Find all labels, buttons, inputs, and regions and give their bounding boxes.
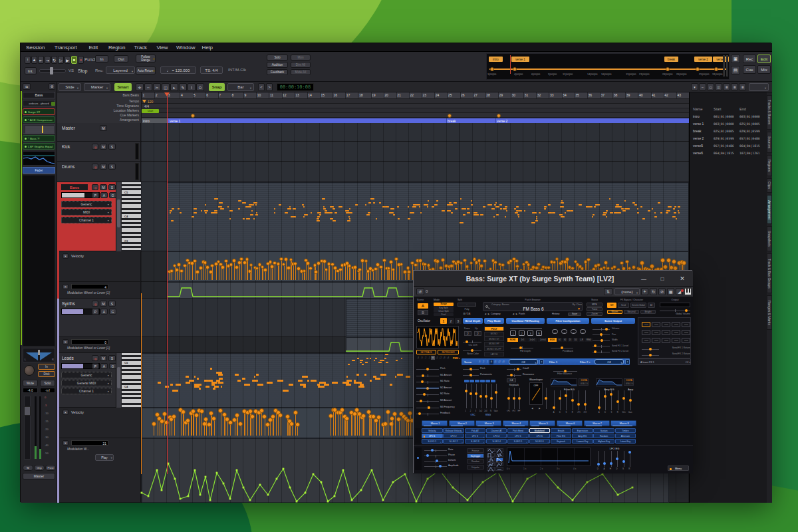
mod-source-sustain[interactable]: Sustain xyxy=(593,428,614,433)
mod-source-s-lfo-1[interactable]: S-LFO 1↓ xyxy=(422,439,443,444)
filter1-slider-cutoff-handle[interactable] xyxy=(517,368,519,370)
mixer-route-chip-0[interactable] xyxy=(464,380,469,382)
patch-browser[interactable]: Category: BassesFM Bass 6By: Class♥ xyxy=(483,302,583,311)
filter-eg-mode-toggle[interactable]: DIGITALANALOG xyxy=(579,378,589,386)
scene-output-width-handle[interactable] xyxy=(600,339,603,342)
filter-config-l-r[interactable]: L-R xyxy=(579,338,585,342)
lfo-shape-8[interactable] xyxy=(487,467,495,471)
scene-b-button[interactable]: B xyxy=(418,310,428,315)
fx-slot[interactable] xyxy=(662,338,670,343)
character-warm-button[interactable]: Warm xyxy=(607,310,622,314)
mode-surge-button[interactable]: Surge xyxy=(434,303,454,306)
macro-macro-4[interactable]: Macro 4 xyxy=(503,420,529,426)
fx-slot[interactable] xyxy=(652,330,660,335)
mixer-slider-n-5-track[interactable] xyxy=(491,384,492,408)
status-mpe-button[interactable]: MPE xyxy=(587,303,602,307)
mixer-slider-3-2-handle[interactable] xyxy=(475,392,477,395)
macro-macro-6[interactable]: Macro 6 xyxy=(557,420,583,426)
fx-slot[interactable] xyxy=(642,330,650,335)
fx-slot[interactable] xyxy=(652,322,660,327)
amp-eg-slider-4-track[interactable] xyxy=(624,390,624,410)
mixer-route-chip-1[interactable] xyxy=(469,380,474,382)
amp-eg-slider-5-handle[interactable] xyxy=(629,399,632,402)
lfo-eg-slider-0-handle[interactable] xyxy=(597,463,600,466)
lfo-slider-deform-handle[interactable] xyxy=(436,460,438,462)
scene-output-send-fx-1-level-handle[interactable] xyxy=(594,344,597,347)
filter-config-s1[interactable]: S1 xyxy=(557,338,562,342)
mod-source-breath[interactable]: Breath xyxy=(551,428,572,433)
macro-macro-1[interactable]: Macro 1 xyxy=(422,420,448,426)
plugin-listen-button[interactable]: ◢ xyxy=(676,288,683,295)
plugin-timing-icon[interactable]: ↺ xyxy=(416,288,424,295)
mode-key-split-button[interactable]: Key Split xyxy=(434,306,454,309)
mod-source-poly-at[interactable]: Poly AT xyxy=(465,428,486,433)
noise-color-slider-handle[interactable] xyxy=(471,349,473,352)
fx-slot[interactable] xyxy=(642,338,650,343)
amp-eg-slider-2-handle[interactable] xyxy=(610,393,612,396)
filter-balance-slider-handle[interactable] xyxy=(564,370,567,372)
amp-eg-slider-4-handle[interactable] xyxy=(622,397,625,400)
filter-eg-slider-1-handle[interactable] xyxy=(559,397,561,400)
lfo-unipolar-button[interactable]: Unipolar xyxy=(467,465,484,469)
voice-slider-feedback-handle[interactable] xyxy=(418,412,421,415)
mode-dual-button[interactable]: Dual xyxy=(434,313,454,317)
fx-slot[interactable] xyxy=(652,338,660,343)
mod-source-highest-key[interactable]: Highest Key xyxy=(593,439,614,444)
osc-octave-4[interactable]: +4 xyxy=(446,356,450,360)
mode-chan-split-button[interactable]: Chan Split xyxy=(434,309,454,313)
keytrack-root-chip[interactable]: C4 xyxy=(507,378,516,382)
lfo-trigger-random[interactable]: Random xyxy=(467,459,484,464)
lfo-trigger-keytrigger[interactable]: Keytrigger xyxy=(467,454,484,458)
lfo-shape-3[interactable] xyxy=(495,453,503,457)
mod-source-modwheel[interactable]: Modwheel xyxy=(529,428,551,433)
amp-eg-slider-3-handle[interactable] xyxy=(616,400,619,403)
section-header-scene-output[interactable]: Scene Output xyxy=(591,318,635,324)
character-neutral-button[interactable]: Neutral xyxy=(624,310,639,314)
fx-slot[interactable] xyxy=(642,322,650,327)
lfo-shape-5[interactable] xyxy=(495,458,503,462)
scene-octave-2[interactable]: -2 xyxy=(481,360,485,364)
save-button[interactable]: Save xyxy=(568,313,581,317)
fx-bypass-all-button[interactable]: All xyxy=(648,303,655,308)
fx-bypass-send-global-button[interactable]: Send & Global xyxy=(630,303,646,308)
macro-macro-5[interactable]: Macro 5 xyxy=(529,420,555,426)
filter1-type-dropdown[interactable]: Off▼ xyxy=(509,359,538,364)
fx-return-slider-1-handle[interactable] xyxy=(649,354,652,356)
scene-output-volume-handle[interactable] xyxy=(605,328,608,331)
keytrack-toggle[interactable]: KEYTRACK xyxy=(416,350,436,354)
mod-source-lfo-1[interactable]: LFO 1↓ xyxy=(422,434,443,438)
mixer-slider-2-1-track[interactable] xyxy=(471,384,471,408)
macro-macro-3[interactable]: Macro 3 xyxy=(475,420,501,426)
fx-slot[interactable] xyxy=(672,330,680,335)
osc-type-dropdown[interactable]: FM2▾ xyxy=(451,356,460,360)
filter-eg-slider-5-handle[interactable] xyxy=(584,403,587,406)
filter-eg-slider-3-handle[interactable] xyxy=(571,399,574,402)
filter-config-s2[interactable]: S2 xyxy=(563,338,567,342)
mod-source-release-velocity[interactable]: Release Velocity xyxy=(443,428,464,433)
voice-slider-m2-ratio-handle[interactable] xyxy=(423,393,426,396)
scene-octave-3[interactable]: -3 xyxy=(477,360,481,364)
lfo-eg-slider-2-handle[interactable] xyxy=(610,462,612,465)
lfo-shape-2[interactable] xyxy=(487,453,495,457)
lfo-slider-amplitude-handle[interactable] xyxy=(439,465,442,467)
mod-source-filter-eg[interactable]: Filter EG xyxy=(551,434,572,438)
mod-source-lfo-5[interactable]: LFO 5↓ xyxy=(507,434,529,438)
waveshaper-prev-button[interactable]: ◀ xyxy=(529,406,535,410)
osc-octave-2[interactable]: -2 xyxy=(424,356,427,360)
section-header-play-mode[interactable]: Play Mode xyxy=(484,318,504,324)
filter-config-d1[interactable]: D1 xyxy=(568,338,573,342)
mod-source-s-lfo-2[interactable]: S-LFO 2↓ xyxy=(443,439,464,444)
lfo-eg-slider-4-handle[interactable] xyxy=(622,460,625,463)
status-zoom-button[interactable]: Zoom xyxy=(587,312,602,316)
mod-source-keytrack[interactable]: Keytrack xyxy=(551,439,572,444)
scene-octave-3[interactable]: +3 xyxy=(501,360,505,364)
plugin-maximize-button[interactable]: □ xyxy=(657,275,668,283)
mixer-slider-1x2-3-handle[interactable] xyxy=(479,395,482,398)
insert-fx-chip[interactable]: A Insert FX 1Off ▾ xyxy=(638,358,691,365)
osc-tab-1[interactable]: 1 xyxy=(440,318,447,324)
section-header-filter-configuration[interactable]: Filter Configuration xyxy=(547,318,589,324)
osc-tab-2[interactable]: 2 xyxy=(448,318,454,324)
osc-octave-3[interactable]: +3 xyxy=(442,356,446,360)
plugin-minimize-button[interactable]: — xyxy=(638,275,649,283)
voice-slider-m1-amount-handle[interactable] xyxy=(422,374,424,377)
